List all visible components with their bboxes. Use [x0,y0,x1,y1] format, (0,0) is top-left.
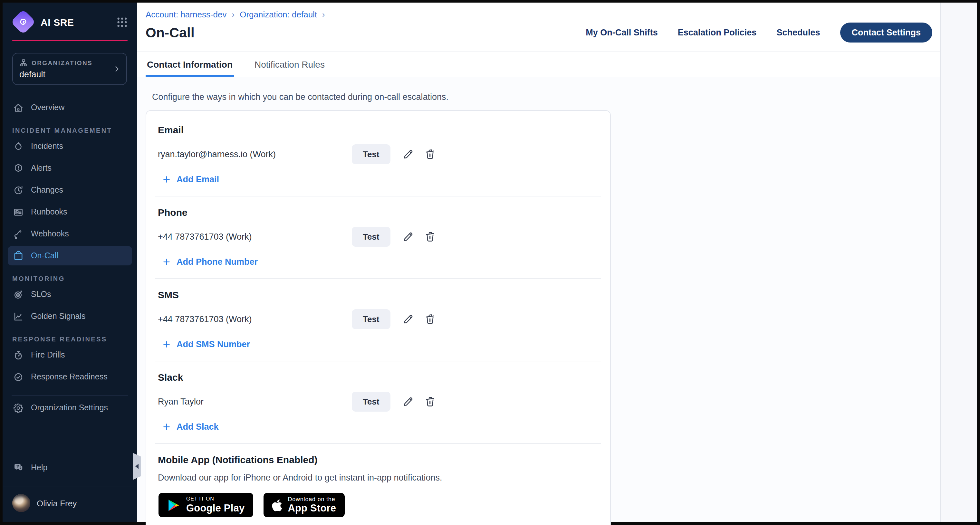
contact-methods-card: Email ryan.taylor@harness.io (Work) Test [146,110,611,525]
org-tree-icon [19,59,28,67]
sidebar-item-incidents[interactable]: Incidents [8,137,132,156]
apple-icon [272,498,282,512]
sidebar-item-label: Response Readiness [31,372,108,381]
pencil-icon [402,313,414,325]
breadcrumb-account[interactable]: Account: harness-dev [146,10,226,19]
add-phone-link[interactable]: Add Phone Number [159,256,262,267]
test-button[interactable]: Test [352,227,390,247]
page-header: Account: harness-dev › Organization: def… [137,3,940,51]
brand-divider [12,40,127,41]
delete-button[interactable] [423,229,438,244]
sidebar-item-fire-drills[interactable]: Fire Drills [8,345,132,364]
section-email: Email ryan.taylor@harness.io (Work) Test [146,114,610,196]
google-play-text: GET IT ON Google Play [186,496,245,514]
gear-icon [13,402,24,413]
sidebar-item-label: Alerts [31,164,51,173]
test-button[interactable]: Test [352,391,390,412]
add-slack-link[interactable]: Add Slack [159,421,223,432]
sidebar-item-help[interactable]: Help [8,458,132,477]
delete-button[interactable] [423,147,438,162]
sidebar-item-label: Runbooks [31,207,67,216]
sidebar-header: AI SRE [3,3,137,33]
add-link-label: Add Email [177,175,219,184]
nav-my-on-call-shifts[interactable]: My On-Call Shifts [586,28,658,37]
title-row: On-Call My On-Call Shifts Escalation Pol… [146,22,933,51]
home-icon [13,102,24,113]
test-button[interactable]: Test [352,309,390,329]
user-menu[interactable]: Olivia Frey [3,486,137,522]
section-title: Phone [158,207,598,218]
sidebar-item-response-readiness[interactable]: Response Readiness [8,367,132,387]
organization-switcher[interactable]: ORGANIZATIONS default [12,53,127,85]
section-title: Email [158,124,598,135]
sidebar-item-label: Webhooks [31,229,69,239]
app-store-badge[interactable]: Download on the App Store [263,493,344,517]
sidebar-collapse-handle[interactable] [133,453,141,480]
add-email-link[interactable]: Add Email [159,174,223,185]
page-description: Configure the ways in which you can be c… [152,92,940,102]
pencil-icon [402,396,414,408]
trash-icon [424,231,436,243]
page-content: Configure the ways in which you can be c… [137,77,940,525]
edit-button[interactable] [401,312,415,326]
section-title: Mobile App (Notifications Enabled) [158,454,598,465]
user-avatar [12,494,30,512]
sidebar-item-label: Organization Settings [31,403,108,412]
sidebar-item-webhooks[interactable]: Webhooks [8,224,132,243]
plus-icon [162,340,171,348]
sidebar-section-response-readiness: RESPONSE READINESS [12,336,127,343]
sidebar-item-alerts[interactable]: Alerts [8,159,132,178]
tab-notification-rules[interactable]: Notification Rules [253,51,326,76]
app-store-text: Download on the App Store [288,496,336,514]
sidebar-item-on-call[interactable]: On-Call [8,246,132,266]
breadcrumb-organization[interactable]: Organization: default [240,10,317,19]
edit-button[interactable] [401,147,415,162]
sidebar-item-slos[interactable]: SLOs [8,285,132,304]
sidebar-spacer [3,417,137,455]
history-clock-icon [13,185,24,196]
scrollbar-gutter[interactable] [940,3,977,522]
sidebar-item-label: Incidents [31,142,63,151]
breadcrumb: Account: harness-dev › Organization: def… [146,10,933,19]
section-title: Slack [158,372,598,383]
app-grid-icon[interactable] [115,15,129,29]
section-sms: SMS +44 7873761703 (Work) Test Add S [146,279,610,361]
plus-icon [162,258,171,266]
nav-schedules[interactable]: Schedules [776,28,820,37]
help-chat-icon [13,462,24,473]
tab-contact-information[interactable]: Contact Information [146,51,234,76]
sidebar-nav: Overview INCIDENT MANAGEMENT Incidents A… [3,95,137,417]
sidebar-item-label: Changes [31,186,63,194]
organization-value: default [19,70,110,79]
delete-button[interactable] [423,312,438,326]
google-play-icon [167,498,180,512]
sidebar-item-label: Fire Drills [31,350,65,360]
sidebar-divider [11,395,128,396]
sidebar-item-overview[interactable]: Overview [8,98,132,117]
google-play-badge[interactable]: GET IT ON Google Play [159,493,253,517]
app-store-tagline: Download on the [288,496,336,503]
line-chart-icon [13,311,24,322]
contact-row: +44 7873761703 (Work) Test [158,309,598,329]
add-sms-link[interactable]: Add SMS Number [159,339,254,350]
sidebar-item-organization-settings[interactable]: Organization Settings [8,398,132,417]
app-logo-icon [10,9,36,35]
delete-button[interactable] [423,394,438,409]
sidebar: AI SRE ORGANIZATIONS default [3,3,137,522]
chevron-right-icon [113,65,121,73]
google-play-tagline: GET IT ON [186,496,245,503]
webhook-icon [13,228,24,239]
app-store-name: App Store [288,503,336,514]
collapse-arrow-icon [135,464,138,469]
sidebar-item-changes[interactable]: Changes [8,180,132,200]
nav-escalation-policies[interactable]: Escalation Policies [678,28,757,37]
edit-button[interactable] [401,394,415,409]
sidebar-item-runbooks[interactable]: Runbooks [8,202,132,221]
test-button[interactable]: Test [352,144,390,164]
contact-settings-button[interactable]: Contact Settings [840,22,932,43]
contact-value: +44 7873761703 (Work) [158,314,352,324]
mobile-app-description: Download our app for iPhone or Android t… [158,473,598,482]
runbook-icon [13,207,24,217]
sidebar-item-golden-signals[interactable]: Golden Signals [8,307,132,326]
edit-button[interactable] [401,229,415,244]
